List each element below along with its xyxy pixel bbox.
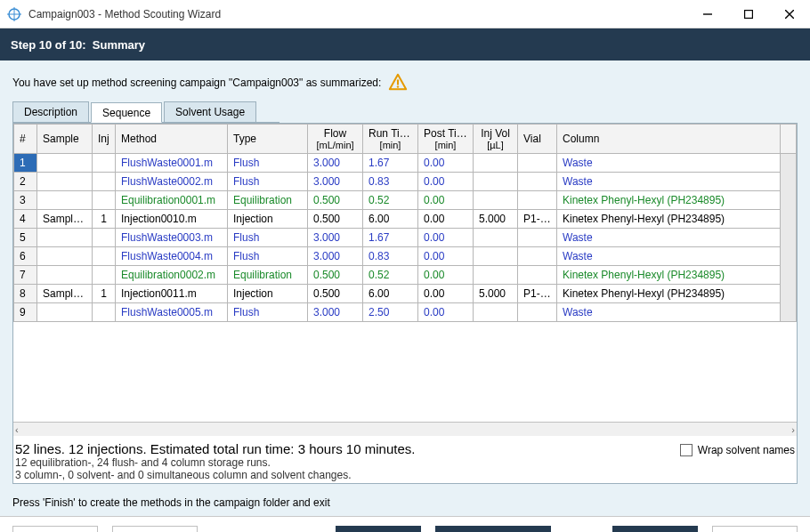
cell-type[interactable]: Equilibration <box>228 191 308 210</box>
cell-column[interactable]: Waste <box>557 173 781 191</box>
cell-posttime[interactable]: 0.00 <box>418 210 474 229</box>
cell-injvol[interactable] <box>474 247 518 266</box>
cell-flow[interactable]: 0.500 <box>308 285 363 303</box>
col-header-column[interactable]: Column <box>557 125 781 154</box>
table-row[interactable]: 5FlushWaste0003.mFlush3.0001.670.00Waste <box>14 229 797 247</box>
cell-vial[interactable] <box>518 303 557 322</box>
cell-injvol[interactable] <box>474 173 518 191</box>
tab-description[interactable]: Description <box>12 101 89 122</box>
cell-type[interactable]: Equilibration <box>228 266 308 285</box>
cell-inj[interactable]: 1 <box>93 285 116 303</box>
cell-sample[interactable]: Sample 1 <box>37 285 93 303</box>
cell-injvol[interactable] <box>474 191 518 210</box>
maximize-button[interactable] <box>728 0 769 28</box>
cell-sample[interactable] <box>37 247 93 266</box>
col-header-vial[interactable]: Vial <box>518 125 557 154</box>
back-button[interactable] <box>336 526 421 533</box>
table-row[interactable]: 7Equilibration0002.mEquilibration0.5000.… <box>14 266 797 285</box>
cell-method[interactable]: Injection0011.m <box>116 285 228 303</box>
cell-vial[interactable] <box>518 173 557 191</box>
row-index[interactable]: 5 <box>14 229 37 247</box>
cell-sample[interactable] <box>37 303 93 322</box>
cell-runtime[interactable]: 2.50 <box>363 303 418 322</box>
cell-runtime[interactable]: 0.52 <box>363 191 418 210</box>
table-row[interactable]: 8Sample 11Injection0011.mInjection0.5006… <box>14 285 797 303</box>
cell-column[interactable]: Kinetex Phenyl-Hexyl (PH234895) <box>557 210 781 229</box>
cell-sample[interactable]: Sample 1 <box>37 210 93 229</box>
cell-posttime[interactable]: 0.00 <box>418 266 474 285</box>
cell-sample[interactable] <box>37 191 93 210</box>
horizontal-scrollbar[interactable]: ‹ › <box>13 422 797 436</box>
table-row[interactable]: 6FlushWaste0004.mFlush3.0000.830.00Waste <box>14 247 797 266</box>
col-header-inj[interactable]: Inj <box>93 125 116 154</box>
cell-injvol[interactable] <box>474 266 518 285</box>
cell-sample[interactable] <box>37 154 93 173</box>
col-header-type[interactable]: Type <box>228 125 308 154</box>
vertical-scrollbar[interactable] <box>781 154 797 322</box>
cell-runtime[interactable]: 6.00 <box>363 285 418 303</box>
table-row[interactable]: 9FlushWaste0005.mFlush3.0002.500.00Waste <box>14 303 797 322</box>
cell-type[interactable]: Flush <box>228 303 308 322</box>
print-button[interactable]: Print <box>112 526 198 533</box>
cell-posttime[interactable]: 0.00 <box>418 285 474 303</box>
scroll-left-icon[interactable]: ‹ <box>15 424 19 435</box>
cell-column[interactable]: Waste <box>557 303 781 322</box>
cell-posttime[interactable]: 0.00 <box>418 229 474 247</box>
cell-posttime[interactable]: 0.00 <box>418 247 474 266</box>
cancel-button[interactable]: Cancel <box>712 526 798 533</box>
row-index[interactable]: 8 <box>14 285 37 303</box>
col-header-flow[interactable]: Flow[mL/min] <box>308 125 363 154</box>
col-header-method[interactable]: Method <box>116 125 228 154</box>
close-button[interactable] <box>769 0 810 28</box>
cell-vial[interactable] <box>518 154 557 173</box>
cell-flow[interactable]: 3.000 <box>308 229 363 247</box>
cell-method[interactable]: FlushWaste0004.m <box>116 247 228 266</box>
row-index[interactable]: 2 <box>14 173 37 191</box>
cell-posttime[interactable]: 0.00 <box>418 173 474 191</box>
cell-flow[interactable]: 0.500 <box>308 266 363 285</box>
cell-runtime[interactable]: 1.67 <box>363 154 418 173</box>
cell-runtime[interactable]: 1.67 <box>363 229 418 247</box>
cell-runtime[interactable]: 0.52 <box>363 266 418 285</box>
cell-flow[interactable]: 3.000 <box>308 247 363 266</box>
cell-column[interactable]: Waste <box>557 154 781 173</box>
cell-runtime[interactable]: 0.83 <box>363 247 418 266</box>
table-row[interactable]: 3Equilibration0001.mEquilibration0.5000.… <box>14 191 797 210</box>
checkbox-icon[interactable] <box>680 444 693 456</box>
cell-type[interactable]: Flush <box>228 173 308 191</box>
cell-flow[interactable]: 3.000 <box>308 173 363 191</box>
cell-type[interactable]: Injection <box>228 285 308 303</box>
cell-inj[interactable] <box>93 173 116 191</box>
col-header-runtime[interactable]: Run Time[min] <box>363 125 418 154</box>
tab-sequence[interactable]: Sequence <box>91 102 162 123</box>
cell-method[interactable]: FlushWaste0002.m <box>116 173 228 191</box>
row-index[interactable]: 4 <box>14 210 37 229</box>
cell-inj[interactable] <box>93 303 116 322</box>
cell-runtime[interactable]: 6.00 <box>363 210 418 229</box>
cell-flow[interactable]: 3.000 <box>308 303 363 322</box>
cell-column[interactable]: Kinetex Phenyl-Hexyl (PH234895) <box>557 266 781 285</box>
cell-posttime[interactable]: 0.00 <box>418 154 474 173</box>
cell-inj[interactable]: 1 <box>93 210 116 229</box>
cell-sample[interactable] <box>37 229 93 247</box>
row-index[interactable]: 9 <box>14 303 37 322</box>
cell-vial[interactable]: P1-A1 <box>518 210 557 229</box>
cell-runtime[interactable]: 0.83 <box>363 173 418 191</box>
cell-column[interactable]: Kinetex Phenyl-Hexyl (PH234895) <box>557 191 781 210</box>
cell-injvol[interactable]: 5.000 <box>474 210 518 229</box>
cell-injvol[interactable] <box>474 303 518 322</box>
cell-method[interactable]: Equilibration0002.m <box>116 266 228 285</box>
finish-button[interactable]: Finish <box>435 526 551 533</box>
cell-inj[interactable] <box>93 247 116 266</box>
cell-sample[interactable] <box>37 266 93 285</box>
cell-vial[interactable] <box>518 191 557 210</box>
cell-type[interactable]: Injection <box>228 210 308 229</box>
cell-flow[interactable]: 0.500 <box>308 210 363 229</box>
table-row[interactable]: 1FlushWaste0001.mFlush3.0001.670.00Waste <box>14 154 797 173</box>
cell-vial[interactable] <box>518 266 557 285</box>
col-header-index[interactable]: # <box>14 125 37 154</box>
col-header-posttime[interactable]: Post Time[min] <box>418 125 474 154</box>
cell-vial[interactable] <box>518 229 557 247</box>
cell-posttime[interactable]: 0.00 <box>418 303 474 322</box>
table-row[interactable]: 4Sample 11Injection0010.mInjection0.5006… <box>14 210 797 229</box>
